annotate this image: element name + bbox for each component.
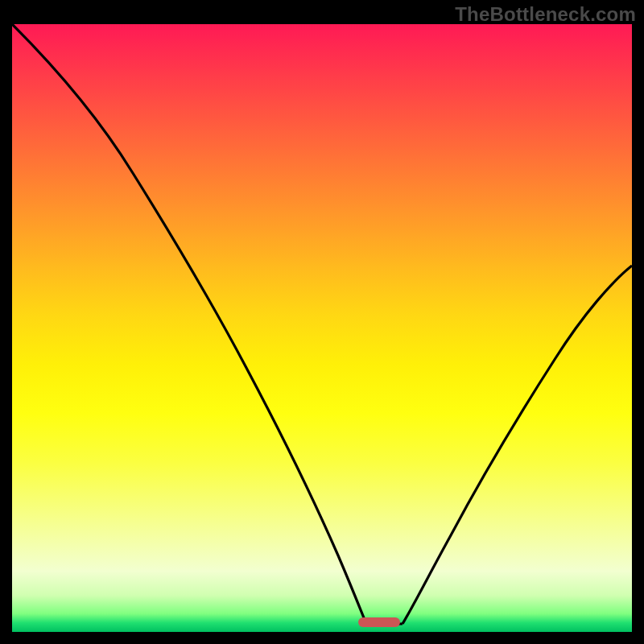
chart-container: TheBottleneck.com	[0, 0, 644, 644]
optimal-range-marker	[358, 617, 400, 627]
bottleneck-curve	[12, 24, 632, 632]
plot-area	[12, 24, 632, 632]
watermark-text: TheBottleneck.com	[455, 3, 636, 26]
curve-left-branch	[12, 24, 366, 624]
curve-right-branch	[402, 266, 632, 624]
